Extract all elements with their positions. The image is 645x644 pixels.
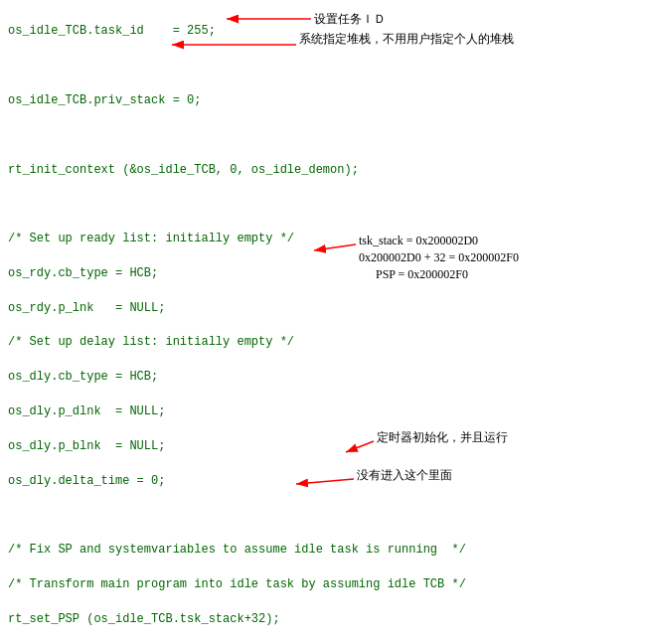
code-line: os_rdy.p_lnk = NULL;: [8, 300, 637, 317]
code-line: os_dly.p_dlnk = NULL;: [8, 403, 637, 420]
main-container: os_idle_TCB.task_id = 255; os_idle_TCB.p…: [0, 0, 645, 644]
code-line: os_idle_TCB.task_id = 255;: [8, 23, 637, 40]
code-line: os_dly.delta_time = 0;: [8, 473, 637, 490]
code-line: rt_set_PSP (os_idle_TCB.tsk_stack+32);: [8, 611, 637, 628]
code-line: /* Transform main program into idle task…: [8, 576, 637, 593]
code-line: os_rdy.cb_type = HCB;: [8, 265, 637, 282]
code-block: os_idle_TCB.task_id = 255; os_idle_TCB.p…: [8, 6, 637, 644]
code-line: /* Set up ready list: initially empty */: [8, 231, 637, 247]
code-line: os_dly.cb_type = HCB;: [8, 369, 637, 386]
code-line: os_dly.p_blnk = NULL;: [8, 438, 637, 455]
code-line: [8, 196, 637, 213]
code-line: /* Fix SP and systemvariables to assume …: [8, 542, 637, 559]
code-line: rt_init_context (&os_idle_TCB, 0, os_idl…: [8, 162, 637, 179]
code-line: [8, 58, 637, 75]
code-line: [8, 127, 637, 144]
code-line: [8, 507, 637, 524]
code-line: /* Set up delay list: initially empty */: [8, 334, 637, 351]
code-line: os_idle_TCB.priv_stack = 0;: [8, 92, 637, 109]
